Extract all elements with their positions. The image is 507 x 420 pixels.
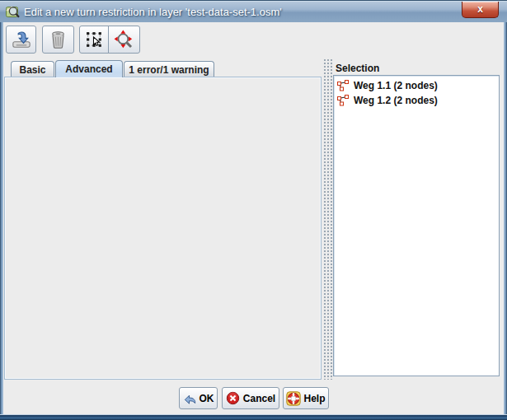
selection-item-label: Weg 1.2 (2 nodes) <box>354 95 438 106</box>
apply-icon <box>12 30 31 49</box>
select-members-button[interactable] <box>79 26 109 54</box>
tab-basic[interactable]: Basic <box>11 61 54 77</box>
list-item[interactable]: Weg 1.2 (2 nodes) <box>336 93 497 108</box>
selection-list: Weg 1.1 (2 nodes) Weg 1.2 (2 nodes) <box>333 75 500 376</box>
apply-button[interactable] <box>6 26 36 54</box>
josm-logo-icon <box>6 5 20 19</box>
ok-button-label: OK <box>200 393 214 404</box>
selection-panel-title: Selection <box>336 63 379 74</box>
way-icon <box>337 80 349 91</box>
cancel-icon <box>226 391 240 405</box>
window-border-left <box>0 22 3 414</box>
close-icon: x <box>477 3 483 15</box>
advanced-tab-panel <box>4 77 322 380</box>
help-button[interactable]: Help <box>283 387 329 409</box>
select-icon <box>85 30 104 49</box>
split-pane-divider[interactable] <box>322 58 332 380</box>
delete-button[interactable] <box>42 26 74 54</box>
delete-icon <box>49 30 68 50</box>
ok-arrow-icon <box>183 391 197 405</box>
cancel-button[interactable]: Cancel <box>222 387 279 409</box>
zoom-to-selection-icon <box>114 30 134 50</box>
tab-errors-label: 1 error/1 warning <box>129 64 209 76</box>
cancel-button-label: Cancel <box>243 393 275 404</box>
way-icon <box>337 95 349 106</box>
tab-basic-label: Basic <box>19 64 45 76</box>
window-border-bottom <box>0 414 507 420</box>
help-button-label: Help <box>303 393 325 404</box>
tab-errors-warnings[interactable]: 1 error/1 warning <box>124 61 214 77</box>
tab-advanced-label: Advanced <box>65 63 112 75</box>
window-title: Edit a new turn restriction in layer 'te… <box>24 6 282 18</box>
window-border-right <box>504 22 507 414</box>
tab-advanced[interactable]: Advanced <box>55 60 123 77</box>
help-lifering-icon <box>286 391 301 406</box>
selection-item-label: Weg 1.1 (2 nodes) <box>354 80 438 91</box>
close-button[interactable]: x <box>462 2 499 18</box>
turn-restriction-editor-dialog: Edit a new turn restriction in layer 'te… <box>0 0 507 420</box>
titlebar[interactable]: Edit a new turn restriction in layer 'te… <box>0 0 507 22</box>
ok-button[interactable]: OK <box>179 387 218 409</box>
zoom-to-selection-button[interactable] <box>108 26 140 54</box>
list-item[interactable]: Weg 1.1 (2 nodes) <box>336 78 497 93</box>
